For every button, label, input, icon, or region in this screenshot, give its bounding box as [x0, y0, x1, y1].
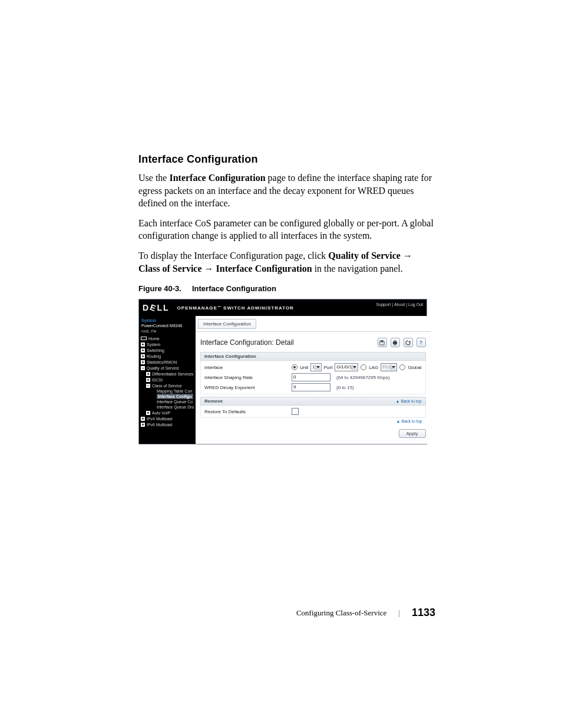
back-to-top-link-2[interactable]: Back to top — [402, 419, 422, 423]
nav-item-autovoip[interactable]: Auto VoIP — [139, 410, 196, 416]
svg-rect-1 — [393, 341, 397, 344]
back-to-top-link[interactable]: ▲Back to top — [396, 399, 422, 403]
shaping-input[interactable]: 0 — [292, 373, 330, 381]
logo-d: D — [143, 303, 149, 312]
nav-item-cos[interactable]: Class of Service — [139, 383, 196, 388]
p3-b: Quality of Service — [328, 251, 401, 261]
nav-label: Class of Service — [152, 383, 182, 388]
wred-input[interactable]: 9 — [292, 383, 330, 391]
app-name: OPENMANAGE™ SWITCH ADMINISTRATOR — [177, 305, 294, 311]
p3-arrow2: → — [202, 263, 216, 274]
refresh-icon[interactable] — [404, 338, 413, 347]
lag-select[interactable]: Po1 — [381, 363, 397, 371]
p3-arrow1: → — [401, 251, 412, 261]
nav-item-mapping[interactable]: Mapping Table Con — [139, 388, 196, 394]
p1-a: Use the — [138, 173, 169, 183]
unit-select[interactable]: 1 — [310, 363, 321, 371]
app-topbar: D E L L OPENMANAGE™ SWITCH ADMINISTRATOR… — [139, 299, 427, 316]
back-to-top-row: ▲ Back to top — [196, 418, 431, 426]
nav-label: System — [147, 342, 160, 347]
port-select[interactable]: Gi1/0/1 — [335, 363, 358, 371]
breadcrumb-tab[interactable]: Interface Configuration — [198, 319, 256, 329]
expand-icon[interactable] — [141, 360, 145, 364]
svg-rect-3 — [394, 344, 396, 345]
expand-icon[interactable] — [146, 378, 150, 382]
p1-b: Interface Configuration — [169, 173, 265, 183]
unit-label: Unit — [300, 365, 308, 370]
breadcrumb: Interface Configuration — [196, 316, 431, 332]
nav-item-routing[interactable]: Routing — [139, 353, 196, 359]
page-footer: Configuring Class-of-Service | 1133 — [296, 607, 435, 619]
lag-label: LAG — [369, 365, 378, 370]
radio-unit[interactable] — [292, 364, 297, 370]
p3-c: Class of Service — [138, 263, 202, 274]
nav-item-system[interactable]: System — [139, 341, 196, 347]
port-label: Port — [324, 365, 333, 370]
svg-rect-0 — [381, 341, 384, 342]
row-interface-value: Unit 1 Port Gi1/0/1 LAG Po1 Global — [292, 363, 422, 371]
logo-l1: L — [157, 303, 163, 312]
expand-icon[interactable] — [141, 417, 145, 421]
nav-item-ipv6mc[interactable]: IPv6 Multicast — [139, 421, 196, 427]
toolbar: ? — [378, 338, 426, 347]
nav-label: iSCSI — [152, 377, 163, 383]
logo-l2: L — [163, 303, 169, 312]
nav-item-ifqdr[interactable]: Interface Queue Dro — [139, 404, 196, 410]
row-interface-label: Interface — [204, 365, 287, 370]
nav-label: Routing — [147, 354, 161, 359]
expand-icon[interactable] — [141, 342, 145, 347]
nav-label: IPv4 Multicast — [147, 416, 173, 421]
expand-icon[interactable] — [141, 354, 145, 358]
p3-e: in the navigation panel. — [312, 263, 403, 274]
expand-icon[interactable] — [146, 372, 150, 376]
section-remove: Remove ▲Back to top — [200, 397, 426, 406]
nav-item-ifcfg[interactable]: Interface Configu — [139, 394, 196, 399]
nav-label: IPv6 Multicast — [147, 422, 173, 427]
home-icon — [141, 337, 147, 340]
help-icon[interactable]: ? — [416, 338, 426, 347]
nav-user: root, r/w — [139, 328, 196, 335]
paragraph-1: Use the Interface Configuration page to … — [138, 172, 436, 210]
figure-caption: Figure 40-3.Interface Configuration — [138, 284, 436, 293]
link-support[interactable]: Support — [376, 302, 391, 307]
nav-item-switching[interactable]: Switching — [139, 347, 196, 353]
footer-label: Configuring Class-of-Service — [296, 608, 386, 618]
section-label: Interface Configuration — [204, 354, 256, 359]
figcap-num: Figure 40-3. — [138, 284, 181, 293]
figcap-title: Interface Configuration — [192, 284, 276, 293]
nav-item-ifqco[interactable]: Interface Queue Co — [139, 399, 196, 404]
nav-item-iscsi[interactable]: iSCSI — [139, 377, 196, 383]
link-about[interactable]: About — [394, 302, 405, 307]
nav-home[interactable]: Home — [139, 335, 196, 341]
screenshot: D E L L OPENMANAGE™ SWITCH ADMINISTRATOR… — [138, 299, 427, 444]
link-logout[interactable]: Log Out — [408, 302, 423, 307]
print-icon[interactable] — [391, 338, 400, 347]
unit-value: 1 — [312, 364, 315, 370]
shaping-hint: (64 to 4294967295 Kbps) — [336, 375, 389, 380]
collapse-icon[interactable] — [146, 384, 150, 388]
appname-a: OPENMANAGE — [177, 305, 217, 311]
section-heading: Interface Configuration — [138, 153, 436, 166]
nav-device: PowerConnect M8348 — [139, 323, 196, 328]
radio-global[interactable] — [399, 364, 405, 370]
row-wred-label: WRED Decay Exponent — [204, 385, 287, 390]
row-shaping-label: Interface Shaping Rate — [204, 375, 287, 380]
radio-lag[interactable] — [361, 364, 366, 370]
nav-item-stats[interactable]: Statistics/RMON — [139, 359, 196, 365]
nav-home-label: Home — [148, 336, 160, 341]
save-icon[interactable] — [378, 338, 387, 347]
collapse-icon[interactable] — [141, 366, 145, 370]
expand-icon[interactable] — [141, 348, 145, 353]
restore-value — [292, 408, 422, 415]
paragraph-3: To display the Interface Configuration p… — [138, 249, 436, 275]
expand-icon[interactable] — [141, 423, 145, 427]
apply-button[interactable]: Apply — [399, 429, 426, 438]
nav-item-diffserv[interactable]: Differentiated Services — [139, 371, 196, 377]
nav-label: Switching — [147, 348, 164, 353]
nav-item-ipv4mc[interactable]: IPv4 Multicast — [139, 416, 196, 421]
config-grid: Interface Unit 1 Port Gi1/0/1 LAG Po1 Gl… — [200, 361, 426, 394]
page-title: Interface Configuration: Detail — [200, 338, 294, 347]
restore-checkbox[interactable] — [292, 408, 299, 415]
nav-item-qos[interactable]: Quality of Service — [139, 365, 196, 371]
expand-icon[interactable] — [146, 411, 150, 415]
